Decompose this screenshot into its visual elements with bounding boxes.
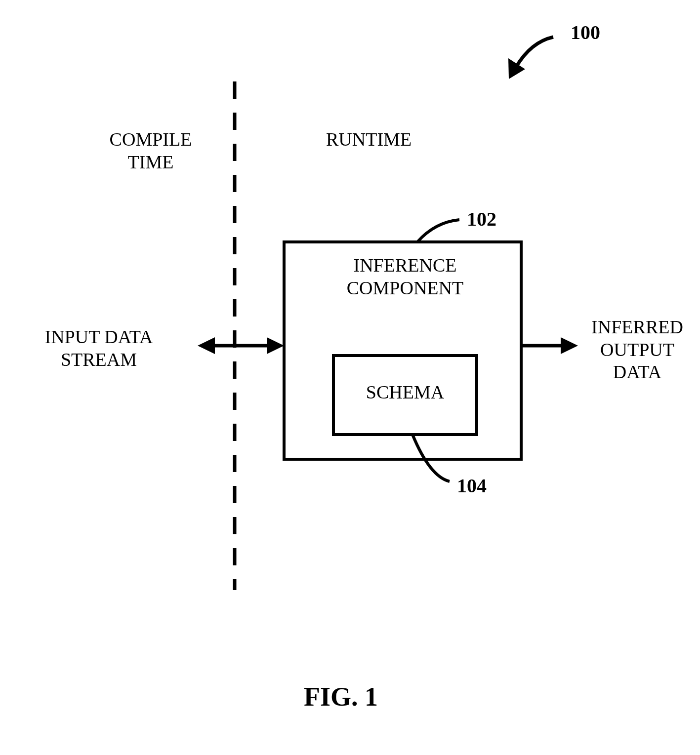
ref-100: 100 — [571, 21, 600, 44]
svg-marker-5 — [508, 58, 525, 79]
figure-caption: FIG. 1 — [304, 681, 378, 712]
ref-100-arrow — [508, 37, 553, 79]
input-data-stream-label: INPUT DATA STREAM — [25, 326, 173, 371]
diagram-canvas: COMPILE TIME RUNTIME INPUT DATA STREAM I… — [0, 0, 700, 755]
input-arrow — [198, 337, 284, 354]
inference-component-label: INFERENCE COMPONENT — [301, 254, 509, 299]
ref-104: 104 — [457, 474, 487, 497]
compile-time-label: COMPILE TIME — [89, 128, 212, 173]
svg-marker-2 — [267, 337, 284, 354]
inferred-output-data-label: INFERRED OUTPUT DATA — [576, 316, 699, 384]
ref-102-leader — [417, 220, 459, 242]
svg-marker-1 — [198, 337, 215, 354]
runtime-label: RUNTIME — [326, 128, 412, 151]
ref-102: 102 — [467, 207, 496, 231]
schema-label: SCHEMA — [346, 381, 464, 404]
output-arrow — [521, 337, 578, 354]
